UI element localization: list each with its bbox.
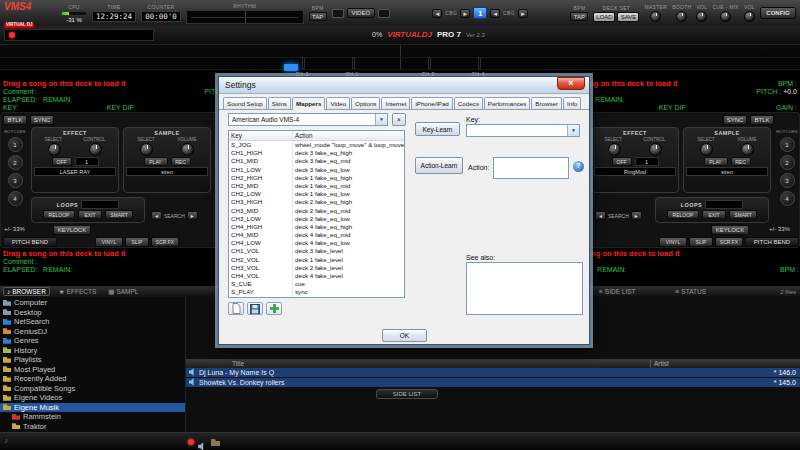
- panel-tab[interactable]: ≡ STATUS: [673, 287, 709, 296]
- key-learn-button[interactable]: Key-Learn: [415, 122, 460, 136]
- master-knob[interactable]: [650, 11, 661, 22]
- folder-icon[interactable]: [211, 439, 220, 446]
- cbg-right-fwd-button[interactable]: ►: [518, 9, 528, 18]
- settings-tab[interactable]: Mappers: [292, 97, 325, 110]
- mapping-row[interactable]: CH4_LOW deck 4 fake_eq_low: [229, 239, 404, 247]
- column-action[interactable]: Action: [293, 131, 404, 140]
- settings-tab[interactable]: Options: [351, 97, 380, 109]
- cbg-left-back-button[interactable]: ◄: [432, 9, 442, 18]
- slip-mode-button[interactable]: SLIP: [689, 237, 713, 247]
- mapping-row[interactable]: CH2_VOL deck 1 fake_level: [229, 256, 404, 264]
- settings-tab[interactable]: Video: [326, 97, 350, 109]
- mapper-device-select[interactable]: American Audio VMS-4 ▼: [228, 113, 388, 126]
- action-help-icon[interactable]: ?: [573, 161, 584, 172]
- tree-item[interactable]: Most Played: [0, 365, 185, 375]
- deck2-btlk-button[interactable]: BTLK: [750, 115, 774, 125]
- vinyl-mode-button[interactable]: VINYL: [659, 237, 687, 247]
- mapping-row[interactable]: CH1_VOL deck 3 fake_level: [229, 247, 404, 255]
- ok-button[interactable]: OK: [382, 329, 427, 342]
- tree-item[interactable]: Traktor: [0, 422, 185, 432]
- search-back-button[interactable]: ◄: [151, 211, 162, 220]
- loop-exit-button[interactable]: EXIT: [702, 210, 726, 219]
- tap-right-button[interactable]: TAP: [570, 12, 588, 21]
- effect-select-knob[interactable]: [48, 143, 61, 156]
- mapping-row[interactable]: CH3_HIGH deck 2 fake_eq_high: [229, 198, 404, 206]
- new-mapping-button[interactable]: [228, 302, 244, 315]
- deck1-btlk-button[interactable]: BTLK: [3, 115, 27, 125]
- cbg-right-back-button[interactable]: ◄: [490, 9, 500, 18]
- tree-item[interactable]: Playlists: [0, 355, 185, 365]
- tree-item[interactable]: Recently Added: [0, 374, 185, 384]
- ch2-fader[interactable]: [428, 57, 431, 69]
- loop-smart-button[interactable]: SMART: [729, 210, 757, 219]
- sample-select-knob[interactable]: [700, 143, 713, 156]
- chevron-down-icon[interactable]: ▼: [567, 125, 579, 136]
- config-button[interactable]: CONFIG: [760, 7, 796, 19]
- mapping-row[interactable]: CH1_MID deck 3 fake_eq_mid: [229, 157, 404, 165]
- save-mapping-button[interactable]: [247, 302, 263, 315]
- column-key[interactable]: Key: [229, 131, 293, 140]
- mapping-row[interactable]: CH4_VOL deck 4 fake_level: [229, 272, 404, 280]
- mapping-row[interactable]: CH4_MID deck 4 fake_eq_mid: [229, 231, 404, 239]
- sample-rec-button[interactable]: REC: [731, 157, 751, 166]
- headphone-vol-knob[interactable]: [696, 11, 707, 22]
- tree-item[interactable]: Genres: [0, 336, 185, 346]
- loop-exit-button[interactable]: EXIT: [78, 210, 102, 219]
- sample-play-button[interactable]: PLAY: [704, 157, 728, 166]
- browser-tab[interactable]: ▦ SAMPL: [105, 287, 141, 296]
- effect-off-button[interactable]: OFF: [52, 157, 72, 166]
- ch3-fader[interactable]: [302, 57, 305, 69]
- mapping-row[interactable]: CH1_HIGH deck 3 fake_eq_high: [229, 149, 404, 157]
- mapping-row[interactable]: CH2_LOW deck 1 fake_eq_low: [229, 190, 404, 198]
- mapping-row[interactable]: CH3_VOL deck 2 fake_level: [229, 264, 404, 272]
- video-button[interactable]: VIDEO: [347, 8, 375, 18]
- reloop-button[interactable]: RELOOP: [667, 210, 699, 219]
- mapping-row[interactable]: S_PLAY sync: [229, 288, 404, 296]
- deck1-hotcue-2-button[interactable]: 2: [8, 155, 23, 170]
- panel-tab[interactable]: ≡ SIDE LIST: [596, 287, 639, 296]
- booth-knob[interactable]: [676, 11, 687, 22]
- delete-mapper-button[interactable]: ×: [392, 113, 406, 126]
- slip-mode-button[interactable]: SLIP: [125, 237, 149, 247]
- ch4-fader[interactable]: [478, 57, 481, 69]
- key-select[interactable]: ▼: [466, 124, 580, 137]
- tree-item[interactable]: Desktop: [0, 308, 185, 318]
- ch1-fader[interactable]: [352, 57, 355, 69]
- side-list-button[interactable]: SIDE LIST: [376, 389, 438, 399]
- save-button[interactable]: SAVE: [617, 12, 639, 22]
- action-input[interactable]: [493, 157, 569, 179]
- settings-tab[interactable]: Internet: [381, 97, 410, 109]
- tree-item[interactable]: History: [0, 346, 185, 356]
- search-fwd-button[interactable]: ►: [187, 211, 198, 220]
- mapping-row[interactable]: CH3_MID deck 2 fake_eq_mid: [229, 207, 404, 215]
- tree-item[interactable]: Eigene Videos: [0, 393, 185, 403]
- mapping-row[interactable]: S_CUE cue: [229, 280, 404, 288]
- settings-tab[interactable]: Codecs: [454, 97, 483, 109]
- tree-item[interactable]: Eigene Musik: [0, 403, 185, 413]
- deck2-hotcue-3-button[interactable]: 3: [780, 173, 795, 188]
- sample-volume-knob[interactable]: [741, 143, 754, 156]
- see-also-list[interactable]: [466, 262, 583, 315]
- mapping-row[interactable]: CH2_MID deck 1 fake_eq_mid: [229, 182, 404, 190]
- effect-select-knob[interactable]: [608, 143, 621, 156]
- mappings-list[interactable]: Key Action S_JOG wheel_mode "loop_move" …: [228, 130, 405, 298]
- vinyl-mode-button[interactable]: VINYL: [95, 237, 123, 247]
- search-fwd-button[interactable]: ►: [631, 211, 642, 220]
- settings-tab[interactable]: Browser: [531, 97, 562, 109]
- deck2-hotcue-1-button[interactable]: 1: [780, 137, 795, 152]
- tree-item[interactable]: NetSearch: [0, 317, 185, 327]
- tree-item[interactable]: GeniusDJ: [0, 327, 185, 337]
- load-button[interactable]: LOAD: [593, 12, 615, 22]
- deck2-hotcue-2-button[interactable]: 2: [780, 155, 795, 170]
- close-button[interactable]: ×: [557, 77, 585, 90]
- settings-tab[interactable]: Skins: [268, 97, 291, 109]
- deck1-pitch-bend-button[interactable]: PITCH BEND: [3, 237, 57, 247]
- deck2-pitch-bend-button[interactable]: PITCH BEND: [745, 237, 799, 247]
- effect-control-knob[interactable]: [89, 143, 102, 156]
- cbg-left-fwd-button[interactable]: ►: [460, 9, 470, 18]
- deck1-hotcue-3-button[interactable]: 3: [8, 173, 23, 188]
- sample-rec-button[interactable]: REC: [171, 157, 191, 166]
- deck-select-1[interactable]: 1: [473, 7, 487, 19]
- effect-off-button[interactable]: OFF: [612, 157, 632, 166]
- cue-led[interactable]: [284, 64, 298, 71]
